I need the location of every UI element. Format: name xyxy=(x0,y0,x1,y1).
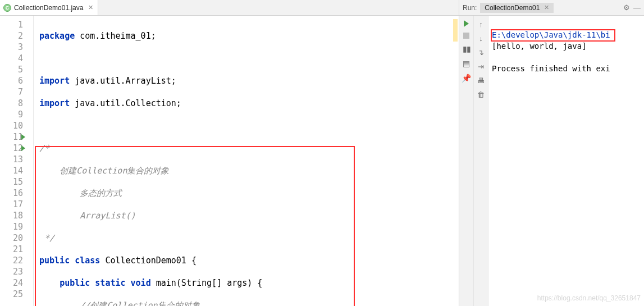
code-area: 1234 5678 9101112 13141516 17181920 2122… xyxy=(0,16,459,306)
java-class-icon: C xyxy=(3,4,11,12)
run-gutter-icon[interactable] xyxy=(21,134,25,140)
soft-wrap-icon[interactable]: ↴ xyxy=(478,48,484,57)
up-icon[interactable]: ↑ xyxy=(479,20,483,29)
run-body: ▮▮ ▤ 📌 ↑ ↓ ↴ ⇥ 🖶 🗑 E:\develop\Java\jdk-1… xyxy=(459,16,644,306)
scroll-to-end-icon[interactable]: ⇥ xyxy=(478,62,484,71)
down-icon[interactable]: ↓ xyxy=(479,34,483,43)
run-toolbar-left: ▮▮ ▤ 📌 xyxy=(459,16,474,306)
layout-icon[interactable]: ▤ xyxy=(463,59,470,68)
close-icon[interactable]: ✕ xyxy=(88,4,93,11)
run-tool-window: Run: CollectionDemo01 ✕ ⚙ — ▮▮ ▤ 📌 ↑ ↓ ↴… xyxy=(459,0,644,306)
print-icon[interactable]: 🖶 xyxy=(477,76,485,85)
editor-pane: C CollectionDemo01.java ✕ 1234 5678 9101… xyxy=(0,0,459,306)
exit-message: Process finished with exi xyxy=(492,64,610,73)
line-number-gutter: 1234 5678 9101112 13141516 17181920 2122… xyxy=(0,16,34,306)
run-label: Run: xyxy=(463,4,477,12)
pin-icon[interactable]: 📌 xyxy=(462,74,471,83)
keyword: import xyxy=(39,76,70,86)
file-tab[interactable]: C CollectionDemo01.java ✕ xyxy=(0,0,98,15)
console-output[interactable]: E:\develop\Java\jdk-11\bi [hello, world,… xyxy=(488,16,644,306)
program-output: [hello, world, java] xyxy=(492,42,587,51)
run-config-tab[interactable]: CollectionDemo01 ✕ xyxy=(480,3,554,13)
source-code[interactable]: package com.itheima_01; import java.util… xyxy=(34,16,459,306)
gear-icon[interactable]: ⚙ xyxy=(623,3,630,12)
keyword: package xyxy=(39,31,75,41)
pause-icon[interactable]: ▮▮ xyxy=(463,44,471,53)
inspection-marker xyxy=(453,19,458,42)
editor-tab-bar: C CollectionDemo01.java ✕ xyxy=(0,0,459,16)
minimize-icon[interactable]: — xyxy=(633,3,641,12)
rerun-icon[interactable] xyxy=(464,20,469,27)
run-config-name: CollectionDemo01 xyxy=(485,4,540,12)
watermark: https://blog.csdn.net/qq_32651847 xyxy=(537,293,641,304)
run-gutter-icon[interactable] xyxy=(21,145,25,151)
jdk-path: E:\develop\Java\jdk-11\bi xyxy=(492,30,610,39)
clear-icon[interactable]: 🗑 xyxy=(477,90,485,99)
file-tab-label: CollectionDemo01.java xyxy=(14,4,83,12)
keyword: import xyxy=(39,98,70,108)
stop-icon[interactable] xyxy=(463,33,469,39)
run-toolbar-right: ↑ ↓ ↴ ⇥ 🖶 🗑 xyxy=(474,16,488,306)
run-header: Run: CollectionDemo01 ✕ ⚙ — xyxy=(459,0,644,16)
close-icon[interactable]: ✕ xyxy=(544,4,549,11)
